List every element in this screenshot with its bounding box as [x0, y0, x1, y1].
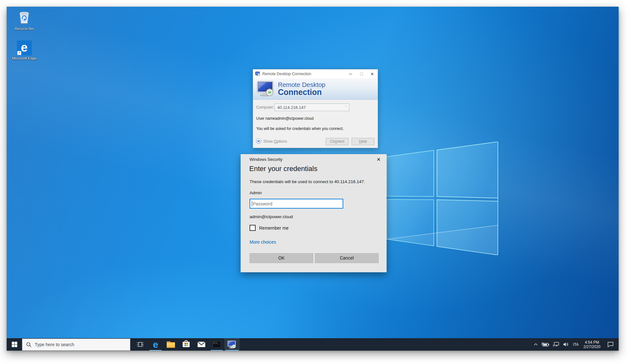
taskbar-file-explorer-button[interactable]	[163, 338, 178, 351]
credentials-note: You will be asked for credentials when y…	[256, 126, 344, 131]
remote-desktop-icon	[228, 340, 236, 349]
credential-username: Admin	[250, 190, 262, 195]
password-field-wrapper	[250, 199, 343, 209]
computer-combobox[interactable]: 40.114.216.147 ˆ	[274, 103, 349, 111]
task-view-button[interactable]	[133, 338, 148, 351]
active-indicator	[225, 350, 239, 351]
username-label: User name:	[256, 116, 276, 121]
rdp-window-icon	[255, 72, 260, 76]
tray-network-button[interactable]	[551, 338, 561, 351]
password-input[interactable]	[250, 199, 343, 209]
desktop-icon-label: Microsoft Edge	[11, 56, 38, 61]
wallpaper-windows-logo	[387, 142, 498, 255]
chevron-up-icon	[534, 343, 538, 346]
ok-button[interactable]: OK	[250, 253, 313, 263]
minimize-button[interactable]	[345, 69, 356, 78]
task-view-icon	[137, 342, 143, 347]
running-indicator	[149, 350, 162, 351]
minimize-icon	[349, 74, 352, 74]
close-button[interactable]: ✕	[374, 155, 383, 164]
taskbar-app-icons: e C:\_	[133, 338, 240, 351]
shortcut-arrow-icon: ↗	[17, 51, 21, 55]
text-caret	[252, 201, 252, 206]
tray-date: 2/27/2020	[584, 345, 600, 349]
command-prompt-icon: C:\_	[213, 341, 221, 348]
rdp-titlebar[interactable]: Remote Desktop Connection ✕	[253, 69, 378, 78]
show-options-label[interactable]: Show Options	[263, 139, 287, 144]
desktop-icon-label: Recycle Bin	[11, 27, 38, 31]
tray-language-indicator[interactable]: ITA	[571, 342, 581, 347]
connect-button[interactable]: Connect	[326, 138, 349, 145]
rdp-banner: Remote Desktop Connection	[253, 78, 378, 100]
taskbar: e C:\_	[7, 338, 619, 351]
desktop-icon-microsoft-edge[interactable]: e ↗ Microsoft Edge	[11, 40, 38, 61]
more-choices-link[interactable]: More choices	[250, 239, 276, 245]
tray-chevron-up-button[interactable]	[532, 338, 540, 351]
tray-battery-button[interactable]	[540, 338, 551, 351]
edge-logo-icon: e	[21, 41, 27, 54]
username-value: admin@ictpower.cloud	[275, 116, 314, 121]
search-icon	[26, 342, 32, 347]
recycle-bin-icon	[17, 10, 31, 25]
computer-value: 40.114.216.147	[277, 105, 343, 110]
battery-charging-icon	[541, 342, 549, 347]
windows-logo-icon	[12, 342, 17, 347]
show-options-button[interactable]	[256, 138, 261, 144]
taskbar-store-button[interactable]	[178, 338, 194, 351]
system-tray: ITA 4:54 PM 2/27/2020	[532, 338, 619, 351]
desktop-screen: Recycle Bin e ↗ Microsoft Edge Remote De…	[7, 7, 619, 351]
remember-me-label: Remember me	[259, 225, 289, 231]
taskbar-mail-button[interactable]	[194, 338, 209, 351]
tray-clock[interactable]: 4:54 PM 2/27/2020	[581, 340, 603, 349]
taskbar-edge-button[interactable]: e	[148, 338, 163, 351]
file-explorer-icon	[167, 341, 175, 348]
ethernet-network-icon	[553, 342, 559, 347]
search-input[interactable]	[35, 342, 118, 347]
microsoft-store-icon	[183, 342, 190, 347]
chevron-down-icon: ˆ	[343, 105, 349, 109]
dialog-heading: Enter your credentials	[249, 165, 317, 173]
close-icon: ✕	[371, 72, 374, 76]
taskbar-command-prompt-button[interactable]: C:\_	[209, 338, 224, 351]
edge-icon: e	[153, 340, 158, 349]
chevron-down-icon	[257, 140, 260, 142]
rdp-window-title: Remote Desktop Connection	[262, 72, 345, 76]
mail-icon	[198, 342, 205, 347]
taskbar-remote-desktop-button[interactable]	[224, 338, 240, 351]
desktop-icon-recycle-bin[interactable]: Recycle Bin	[11, 10, 38, 31]
rdp-monitor-icon	[257, 81, 275, 97]
remote-desktop-connection-window: Remote Desktop Connection ✕	[253, 69, 378, 148]
help-button[interactable]: Help	[352, 138, 374, 145]
close-icon: ✕	[377, 157, 381, 162]
start-button[interactable]	[7, 338, 22, 351]
dialog-subtext: These credentials will be used to connec…	[250, 179, 365, 184]
maximize-icon	[360, 73, 363, 75]
tray-volume-button[interactable]	[561, 338, 571, 351]
cancel-button[interactable]: Cancel	[315, 253, 379, 263]
maximize-button[interactable]	[356, 69, 367, 78]
rdp-banner-line2: Connection	[278, 88, 325, 96]
action-center-button[interactable]	[606, 338, 615, 351]
rdp-banner-line1: Remote Desktop	[278, 82, 325, 88]
rdp-banner-text: Remote Desktop Connection	[278, 82, 325, 96]
remember-me-checkbox[interactable]	[250, 225, 256, 231]
windows-security-dialog: Windows Security ✕ Enter your credential…	[241, 154, 387, 272]
computer-label: Computer:	[256, 105, 274, 110]
account-name: admin@ictpower.cloud	[250, 214, 293, 219]
close-button[interactable]: ✕	[367, 69, 378, 78]
speaker-volume-icon	[563, 342, 569, 347]
dialog-title: Windows Security	[250, 157, 282, 162]
running-indicator	[211, 350, 223, 351]
action-center-icon	[607, 342, 614, 347]
taskbar-search-box[interactable]	[22, 339, 130, 351]
tray-time: 4:54 PM	[584, 340, 600, 345]
rdp-body: Computer: 40.114.216.147 ˆ User name: ad…	[253, 100, 378, 148]
edge-tile: e ↗	[17, 40, 32, 55]
